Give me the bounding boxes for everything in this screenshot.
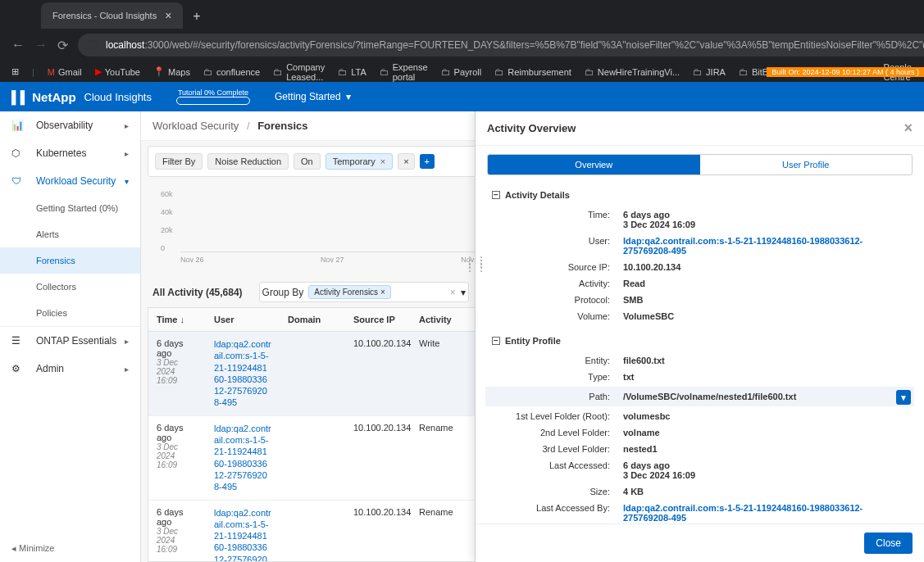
gear-icon: ⚙ xyxy=(11,363,28,374)
bookmark-confluence[interactable]: confluence xyxy=(203,66,260,78)
activity-count: All Activity (45,684) xyxy=(152,287,243,298)
close-icon[interactable]: × xyxy=(904,120,913,137)
col-time[interactable]: Time ↓ xyxy=(148,308,206,331)
activity-overview-panel: ⋮⋮⋮⋮⋮⋮ Activity Overview × Overview User… xyxy=(475,111,924,562)
logo-icon: ▌▌ xyxy=(11,90,29,104)
user-link[interactable]: ldap:qa2.contrail.com:s-1-5-21-119244816… xyxy=(214,508,271,561)
url-input[interactable]: ⓘ localhost:3000/web/#/security/forensic… xyxy=(78,34,924,57)
collapse-icon[interactable] xyxy=(492,191,500,199)
temporary-chip[interactable]: Temporary× xyxy=(325,153,393,170)
bookmark-company[interactable]: Company Leased... xyxy=(273,62,325,82)
bookmark-payroll[interactable]: Payroll xyxy=(441,66,482,78)
chevron-right-icon: ▸ xyxy=(125,149,129,158)
remove-icon: × xyxy=(380,288,385,297)
chevron-right-icon: ▸ xyxy=(125,121,129,130)
sidebar-item-admin[interactable]: ⚙ Admin ▸ xyxy=(0,355,140,383)
build-badge: Built On: 2024-12-09 10:12:27 AM ( 4 hou… xyxy=(767,67,924,77)
user-link[interactable]: ldap:qa2.contrail.com:s-1-5-21-119244816… xyxy=(214,424,271,492)
shield-icon: 🛡 xyxy=(11,175,28,187)
bookmark-reimb[interactable]: Reimbursement xyxy=(494,66,571,78)
filter-by-label: Filter By xyxy=(155,153,203,170)
group-chip[interactable]: Activity Forensics × xyxy=(308,285,390,299)
add-filter-button[interactable]: + xyxy=(420,154,435,169)
sidebar-sub-alerts[interactable]: Alerts xyxy=(0,221,140,247)
new-tab-button[interactable]: + xyxy=(193,9,200,24)
tutorial-progress xyxy=(176,97,250,105)
section-entity-profile[interactable]: Entity Profile xyxy=(492,336,908,346)
divider: | xyxy=(32,67,34,77)
on-chip: On xyxy=(294,153,321,170)
storage-icon: ☰ xyxy=(11,335,28,347)
filter-icon[interactable]: ▼ xyxy=(896,390,911,405)
sidebar-item-ontap[interactable]: ☰ ONTAP Essentials ▸ xyxy=(0,326,140,355)
clear-chip[interactable]: × xyxy=(398,153,414,170)
observability-icon: 📊 xyxy=(11,120,28,131)
bookmark-youtube[interactable]: ▶YouTube xyxy=(95,66,140,77)
breadcrumb-current: Forensics xyxy=(257,120,307,132)
getting-started-menu[interactable]: Getting Started ▾ xyxy=(275,91,351,102)
col-source-ip[interactable]: Source IP xyxy=(345,308,411,331)
group-by-control[interactable]: Group By Activity Forensics × × ▾ xyxy=(259,282,469,302)
app-header: Built On: 2024-12-09 10:12:27 AM ( 4 hou… xyxy=(0,82,924,111)
section-activity-details[interactable]: Activity Details xyxy=(492,190,908,200)
panel-tabs: Overview User Profile xyxy=(487,154,913,175)
chevron-down-icon: ▾ xyxy=(125,177,129,186)
user-link[interactable]: ldap:qa2.contrail.com:s-1-5-21-119244816… xyxy=(623,236,908,256)
bookmark-jira[interactable]: JIRA xyxy=(693,66,726,78)
user-link[interactable]: ldap:qa2.contrail.com:s-1-5-21-119244816… xyxy=(214,339,271,407)
collapse-icon[interactable] xyxy=(492,337,500,345)
col-domain[interactable]: Domain xyxy=(280,308,345,331)
tutorial-widget[interactable]: Tutorial 0% Complete xyxy=(176,88,250,105)
close-button[interactable]: Close xyxy=(864,533,913,554)
sidebar-sub-collectors[interactable]: Collectors xyxy=(0,274,140,300)
content-area: Workload Security / Forensics Filter By … xyxy=(141,111,924,562)
bookmark-lta[interactable]: LTA xyxy=(338,66,366,78)
clear-icon[interactable]: × xyxy=(450,287,456,298)
panel-title: Activity Overview xyxy=(487,122,576,134)
sidebar-item-observability[interactable]: 📊 Observability ▸ xyxy=(0,111,140,139)
sidebar: 📊 Observability ▸ ⬡ Kubernetes ▸ 🛡 Workl… xyxy=(0,111,141,562)
tab-bar: Forensics - Cloud Insights × + xyxy=(0,0,924,29)
drag-handle-icon[interactable]: ⋮⋮⋮⋮⋮⋮ xyxy=(464,259,487,269)
path-row: Path:/VolumeSBC/volname/nested1/file600.… xyxy=(485,387,914,406)
url-text: localhost:3000/web/#/security/forensics/… xyxy=(106,39,924,51)
chevron-down-icon: ▾ xyxy=(346,91,351,102)
insecure-icon: ⓘ xyxy=(88,39,98,52)
bookmark-expense[interactable]: Expense portal xyxy=(380,62,428,82)
tab-user-profile[interactable]: User Profile xyxy=(700,155,913,174)
chevron-right-icon: ▸ xyxy=(125,337,129,346)
bookmark-newhire[interactable]: NewHireTrainingVi... xyxy=(585,66,680,78)
back-icon[interactable]: ← xyxy=(11,38,25,52)
panel-body[interactable]: Activity Details Time:6 days ago3 Dec 20… xyxy=(476,175,924,523)
sidebar-sub-policies[interactable]: Policies xyxy=(0,300,140,326)
chevron-down-icon[interactable]: ▾ xyxy=(461,287,466,298)
address-bar: ← → ⟳ ⓘ localhost:3000/web/#/security/fo… xyxy=(0,29,924,61)
breadcrumb-parent[interactable]: Workload Security xyxy=(152,120,239,132)
bookmark-gmail[interactable]: MGmail xyxy=(48,67,82,77)
apps-icon[interactable]: ⊞ xyxy=(11,66,19,77)
remove-chip-icon[interactable]: × xyxy=(380,156,385,166)
close-icon[interactable]: × xyxy=(165,9,171,22)
sidebar-item-kubernetes[interactable]: ⬡ Kubernetes ▸ xyxy=(0,139,140,167)
minimize-button[interactable]: ◂ Minimize xyxy=(0,535,140,562)
tab-overview[interactable]: Overview xyxy=(488,155,700,174)
user-link[interactable]: ldap:qa2.contrail.com:s-1-5-21-119244816… xyxy=(623,503,908,523)
col-activity[interactable]: Activity xyxy=(411,308,460,331)
logo[interactable]: ▌▌ NetApp Cloud Insights xyxy=(11,90,152,104)
sidebar-sub-getting-started[interactable]: Getting Started (0%) xyxy=(0,195,140,221)
panel-footer: Close xyxy=(476,523,924,562)
sidebar-sub-forensics[interactable]: Forensics xyxy=(0,247,140,274)
sidebar-item-security[interactable]: 🛡 Workload Security ▾ xyxy=(0,167,140,195)
chevron-right-icon: ▸ xyxy=(125,365,129,374)
tab-title: Forensics - Cloud Insights xyxy=(52,11,157,20)
sort-desc-icon: ↓ xyxy=(180,315,185,324)
forward-icon[interactable]: → xyxy=(34,38,48,52)
reload-icon[interactable]: ⟳ xyxy=(57,38,68,53)
col-user[interactable]: User xyxy=(206,308,280,331)
noise-chip[interactable]: Noise Reduction xyxy=(207,153,289,170)
bookmark-maps[interactable]: 📍Maps xyxy=(153,66,190,77)
panel-header: Activity Overview × xyxy=(476,111,924,146)
browser-tab[interactable]: Forensics - Cloud Insights × xyxy=(41,2,183,29)
kubernetes-icon: ⬡ xyxy=(11,147,28,159)
